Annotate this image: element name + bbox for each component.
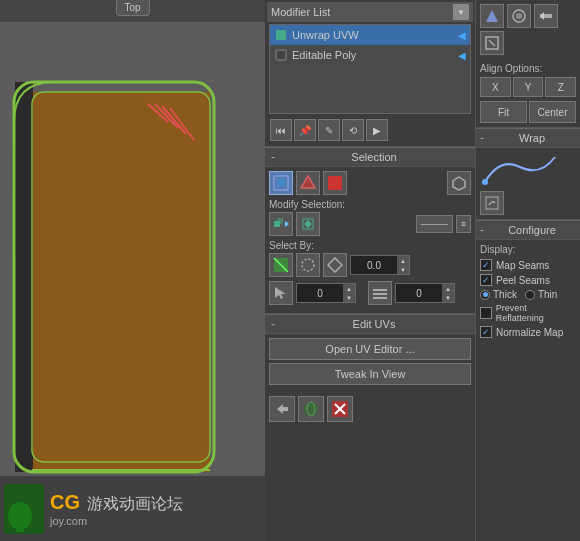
- modify-selection-label: Modify Selection:: [269, 199, 471, 210]
- wrap-section: [476, 148, 580, 219]
- selection-section: Modify Selection: ———: [265, 167, 475, 313]
- map-seams-checkbox[interactable]: ✓: [480, 259, 492, 271]
- spinbox-arrows-1: ▲ ▼: [397, 256, 409, 274]
- prevent-label: Prevent Reflattening: [496, 303, 576, 323]
- side-icon-2[interactable]: [507, 4, 531, 28]
- svg-rect-31: [373, 293, 387, 295]
- sel-icon-3d[interactable]: [447, 171, 471, 195]
- modifier-item-editable-poly[interactable]: Editable Poly ◀: [270, 45, 470, 65]
- top-view-button[interactable]: Top: [115, 0, 149, 16]
- x-btn[interactable]: X: [480, 77, 511, 97]
- spinbox-1[interactable]: 0.0 ▲ ▼: [350, 255, 410, 275]
- selection-icon-row: [269, 171, 471, 195]
- main-controls: Modifier List ▼ Unwrap UVW ◀: [265, 0, 475, 541]
- configure-title: Configure: [488, 224, 576, 236]
- fit-btn[interactable]: Fit: [480, 101, 527, 123]
- spinbox-val-2: 0: [297, 288, 343, 299]
- selection-minus: -: [271, 150, 275, 164]
- select-cursor-btn[interactable]: [269, 281, 293, 305]
- side-icon-1[interactable]: [480, 4, 504, 28]
- wrap-minus: -: [480, 131, 484, 145]
- editable-poly-icon: [274, 48, 288, 62]
- spinbox-up-2[interactable]: ▲: [343, 284, 355, 293]
- shrink-sel-btn[interactable]: [296, 212, 320, 236]
- svg-rect-21: [277, 218, 283, 224]
- map-seams-label: Map Seams: [496, 260, 549, 271]
- normalize-checkbox[interactable]: ✓: [480, 326, 492, 338]
- spinbox-down-2[interactable]: ▼: [343, 293, 355, 302]
- modifier-tool-first[interactable]: ⏮: [270, 119, 292, 141]
- dash-btn-1[interactable]: ———: [416, 215, 453, 233]
- bottom-icon-back[interactable]: [269, 396, 295, 422]
- center-btn[interactable]: Center: [529, 101, 576, 123]
- wrap-curve-svg: [480, 152, 560, 187]
- thin-label: Thin: [538, 289, 557, 300]
- modifier-tool-edit[interactable]: ✎: [318, 119, 340, 141]
- viewport-canvas: CG 游戏动画论坛 joy.com: [0, 22, 265, 541]
- grow-sel-btn[interactable]: [269, 212, 293, 236]
- xyz-row: X Y Z: [480, 77, 576, 97]
- select-icon-grid[interactable]: [368, 281, 392, 305]
- modifier-item-unwrap[interactable]: Unwrap UVW ◀: [270, 25, 470, 45]
- side-icon-4[interactable]: [480, 31, 504, 55]
- editable-poly-arrow: ◀: [458, 50, 466, 61]
- z-btn[interactable]: Z: [545, 77, 576, 97]
- side-controls: Align Options: X Y Z Fit Center - Wrap: [475, 0, 580, 541]
- spinbox-down-3[interactable]: ▼: [442, 293, 454, 302]
- svg-rect-12: [276, 30, 286, 40]
- map-seams-row: ✓ Map Seams: [480, 259, 576, 271]
- thin-radio-item: Thin: [525, 289, 557, 300]
- thick-label: Thick: [493, 289, 517, 300]
- edit-uvs-minus: -: [271, 317, 275, 331]
- spinbox-3[interactable]: 0 ▲ ▼: [395, 283, 455, 303]
- y-btn[interactable]: Y: [513, 77, 544, 97]
- select-by-icon-1[interactable]: [269, 253, 293, 277]
- edit-uvs-header: - Edit UVs: [265, 314, 475, 334]
- svg-rect-1: [15, 82, 33, 472]
- thick-radio[interactable]: [480, 290, 490, 300]
- sel-icon-vertex[interactable]: [269, 171, 293, 195]
- align-label: Align Options:: [480, 63, 576, 74]
- configure-minus: -: [480, 223, 484, 237]
- configure-header: - Configure: [476, 220, 580, 240]
- spinbox-up-1[interactable]: ▲: [397, 256, 409, 265]
- svg-marker-22: [285, 221, 289, 227]
- viewport: Top: [0, 0, 265, 541]
- modifier-list-bar: Modifier List ▼: [267, 2, 473, 22]
- select-by-icon-3[interactable]: [323, 253, 347, 277]
- select-by-icon-2[interactable]: [296, 253, 320, 277]
- viewport-top-bar: Top: [0, 0, 265, 22]
- dash-btn-2[interactable]: ≡: [456, 215, 471, 233]
- modifier-list-container: Unwrap UVW ◀ Editable Poly ◀: [269, 24, 471, 114]
- prevent-checkbox[interactable]: [480, 307, 492, 319]
- watermark-icon: [4, 484, 44, 534]
- svg-rect-30: [373, 289, 387, 291]
- spinbox-up-3[interactable]: ▲: [442, 284, 454, 293]
- svg-rect-32: [373, 297, 387, 299]
- spinbox-2[interactable]: 0 ▲ ▼: [296, 283, 356, 303]
- open-uv-editor-button[interactable]: Open UV Editor ...: [269, 338, 471, 360]
- editable-poly-label: Editable Poly: [292, 49, 458, 61]
- spinbox-down-1[interactable]: ▼: [397, 265, 409, 274]
- selection-title: Selection: [279, 151, 469, 163]
- modifier-tool-pin[interactable]: 📌: [294, 119, 316, 141]
- peel-seams-checkbox[interactable]: ✓: [480, 274, 492, 286]
- sel-icon-edge[interactable]: [296, 171, 320, 195]
- normalize-label: Normalize Map: [496, 327, 563, 338]
- tweak-in-view-button[interactable]: Tweak In View: [269, 363, 471, 385]
- watermark-cg: CG: [50, 491, 80, 513]
- bottom-icon-sphere[interactable]: [298, 396, 324, 422]
- sel-icon-face[interactable]: [323, 171, 347, 195]
- modifier-dropdown-arrow[interactable]: ▼: [453, 4, 469, 20]
- side-icon-3[interactable]: [534, 4, 558, 28]
- wrap-icon-btn[interactable]: [480, 191, 504, 215]
- normalize-row: ✓ Normalize Map: [480, 326, 576, 338]
- bottom-icon-close[interactable]: [327, 396, 353, 422]
- modifier-tool-play[interactable]: ▶: [366, 119, 388, 141]
- svg-line-45: [489, 40, 495, 46]
- svg-rect-11: [16, 514, 24, 532]
- edit-uvs-title: Edit UVs: [279, 318, 469, 330]
- select-by-label: Select By:: [269, 240, 471, 251]
- thin-radio[interactable]: [525, 290, 535, 300]
- modifier-tool-reset[interactable]: ⟲: [342, 119, 364, 141]
